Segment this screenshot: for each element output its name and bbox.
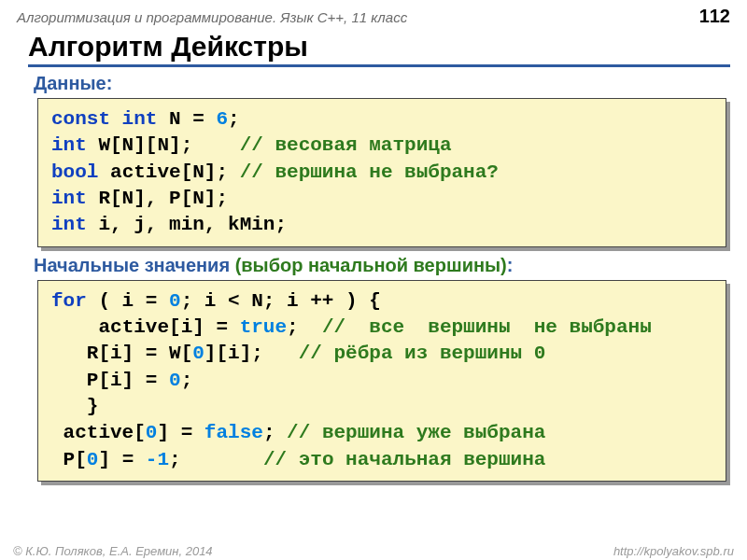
code-token: P[i] = [51, 370, 169, 391]
code-token: // это начальная вершина [263, 449, 545, 470]
code-token: 0 [169, 370, 181, 391]
code-token: int [51, 214, 87, 235]
code-token: N = [157, 108, 216, 130]
code-token: ][i]; [204, 343, 299, 364]
page-title: Алгоритм Дейкстры [28, 31, 730, 67]
page-number: 112 [699, 6, 730, 27]
code-token: true [240, 316, 287, 338]
code-content: const int N = 6; int W[N][N]; // весовая… [37, 98, 726, 247]
code-token: ; [169, 449, 263, 470]
code-token: int [51, 134, 87, 156]
code-token: ; i < N; i ++ ) { [181, 290, 381, 312]
code-token: 0 [146, 422, 158, 443]
section-data: Данные: [34, 73, 747, 94]
code-token: R[i] = W[ [51, 343, 192, 364]
code-token: active[N]; [98, 161, 239, 183]
code-token: P[ [51, 449, 87, 470]
code-token: active[ [51, 422, 146, 443]
section-init-b: (выбор начальной вершины) [235, 255, 507, 275]
code-token: active[i] = [51, 316, 240, 338]
code-token: 0 [192, 343, 204, 364]
code-token: ] = [157, 422, 204, 443]
code-token: R[N], P[N]; [87, 188, 228, 209]
footer: © К.Ю. Поляков, Е.А. Еремин, 2014 http:/… [0, 544, 747, 558]
code-token: 0 [169, 290, 181, 312]
code-block-init: for ( i = 0; i < N; i ++ ) { active[i] =… [37, 280, 726, 482]
code-token: // рёбра из вершины 0 [299, 343, 546, 364]
section-init-c: : [507, 255, 514, 275]
copyright: © К.Ю. Поляков, Е.А. Еремин, 2014 [13, 544, 213, 558]
code-token: int [51, 188, 87, 209]
code-token: } [51, 396, 98, 417]
code-token: for [51, 290, 87, 312]
footer-url: http://kpolyakov.spb.ru [613, 544, 734, 558]
code-token: const int [51, 108, 157, 130]
code-token: ; [287, 316, 322, 338]
code-token: ( i = [87, 290, 169, 312]
section-init: Начальные значения (выбор начальной верш… [34, 255, 747, 276]
slide: Алгоритмизация и программирование. Язык … [0, 0, 747, 560]
code-token: i, j, min, kMin; [87, 214, 287, 235]
code-token: ] = [98, 449, 145, 470]
code-token: W[N][N]; [87, 134, 240, 156]
breadcrumb: Алгоритмизация и программирование. Язык … [17, 9, 407, 25]
code-token: ; [263, 422, 287, 443]
code-token: false [204, 422, 263, 443]
code-token: // вершина не выбрана? [240, 161, 499, 183]
code-token: 6 [216, 108, 228, 130]
code-token: ; [181, 370, 193, 391]
code-token: -1 [146, 449, 169, 470]
code-token: bool [51, 161, 98, 183]
code-token: ; [228, 108, 240, 130]
code-token: // все вершины не выбраны [322, 316, 652, 338]
code-block-data: const int N = 6; int W[N][N]; // весовая… [37, 98, 726, 247]
code-content: for ( i = 0; i < N; i ++ ) { active[i] =… [37, 280, 726, 482]
section-init-a: Начальные значения [34, 255, 235, 275]
topbar: Алгоритмизация и программирование. Язык … [0, 0, 747, 27]
code-token: 0 [87, 449, 99, 470]
code-token: // вершина уже выбрана [287, 422, 545, 443]
code-token: // весовая матрица [240, 134, 452, 156]
